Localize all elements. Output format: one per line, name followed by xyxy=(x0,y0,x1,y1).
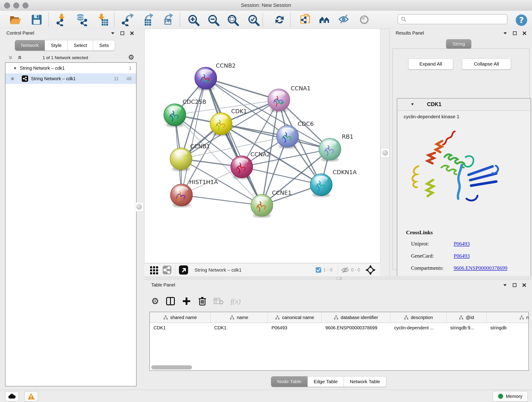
export-table-icon[interactable] xyxy=(140,13,153,26)
hidden-eye-slash-icon[interactable] xyxy=(341,267,349,274)
section-expander-icon[interactable]: ▼ xyxy=(411,102,414,106)
close-panel-icon[interactable] xyxy=(522,31,527,36)
close-panel-icon[interactable] xyxy=(130,31,134,36)
title-bar: Session: New Session xyxy=(0,0,532,11)
network-options-gear-icon[interactable]: ⚙ xyxy=(128,54,134,61)
column-header-database-identifier[interactable]: database identifier xyxy=(322,312,390,323)
network-node-count: 11 xyxy=(114,76,119,81)
column-header-shared-name[interactable]: shared name xyxy=(150,312,210,323)
table-cell: 9606.ENSP00000378699 xyxy=(322,323,390,332)
tab-network[interactable]: Network xyxy=(15,40,45,51)
edge-HIST1H1A-CCNE1[interactable] xyxy=(181,195,262,205)
float-panel-icon[interactable] xyxy=(512,283,517,287)
column-header-canonical-name[interactable]: canonical name xyxy=(268,312,322,323)
tab-string[interactable]: String xyxy=(446,39,471,49)
import-network-icon[interactable] xyxy=(56,13,68,26)
import-database-icon[interactable] xyxy=(75,13,88,26)
warnings-button[interactable] xyxy=(24,391,38,401)
panel-menu-icon[interactable] xyxy=(503,31,507,36)
left-splitter-handle[interactable] xyxy=(135,202,143,211)
collection-expander-icon[interactable]: ▼ xyxy=(13,66,17,70)
collapse-all-button[interactable]: Collapse All xyxy=(462,58,511,70)
status-bar: Memory xyxy=(0,390,532,402)
add-column-icon[interactable] xyxy=(182,297,191,306)
tab-style[interactable]: Style xyxy=(45,40,68,51)
edge-CCNB2-CCNA1[interactable] xyxy=(206,78,279,100)
export-network-icon[interactable] xyxy=(121,13,133,26)
section-title: CDK1 xyxy=(427,101,442,108)
search-field[interactable] xyxy=(398,14,507,24)
crosslink-row-genecard: GeneCard:P06493 xyxy=(411,253,526,259)
tab-sets[interactable]: Sets xyxy=(93,40,115,51)
panel-menu-icon[interactable] xyxy=(503,283,507,287)
right-splitter-handle[interactable] xyxy=(381,148,389,157)
close-panel-icon[interactable] xyxy=(522,283,526,287)
float-panel-icon[interactable] xyxy=(513,31,517,36)
first-neighbors-icon[interactable] xyxy=(318,13,331,26)
column-header--id[interactable]: @id xyxy=(447,312,487,323)
delete-column-icon[interactable] xyxy=(198,296,207,306)
zoom-out-icon[interactable] xyxy=(207,13,220,26)
birdseye-navigator-icon[interactable] xyxy=(365,265,376,275)
save-session-icon[interactable] xyxy=(30,13,43,26)
network-row-selected[interactable]: String Network – cdk1 11 48 xyxy=(6,73,136,84)
network-collection-row[interactable]: ▼ String Network – cdk1 1 xyxy=(6,63,136,73)
open-session-icon[interactable] xyxy=(9,13,22,26)
node-CCNB1[interactable]: CCNB1 xyxy=(170,143,210,171)
new-network-from-selection-icon[interactable] xyxy=(299,13,312,26)
search-input[interactable] xyxy=(407,17,504,22)
node-CCNA1[interactable]: CCNA1 xyxy=(268,85,311,112)
export-image-icon[interactable] xyxy=(160,13,173,26)
network-share-view-icon[interactable] xyxy=(162,265,172,275)
node-label-CDC6: CDC6 xyxy=(298,121,314,127)
cloud-status-button[interactable] xyxy=(5,391,19,401)
crosslink-label: Uniprot: xyxy=(411,241,429,247)
import-table-icon[interactable] xyxy=(96,13,109,26)
network-edge-count: 48 xyxy=(127,76,132,81)
node-RB1[interactable]: RB1 xyxy=(319,133,353,162)
crosslink-link[interactable]: 9606.ENSP00000378699 xyxy=(454,265,507,271)
zoom-selected-icon[interactable] xyxy=(247,13,260,26)
search-icon xyxy=(401,16,407,22)
node-label-RB1: RB1 xyxy=(342,133,353,140)
node-section-header[interactable]: ▼ CDK1 xyxy=(397,99,531,110)
node-CDKN1A[interactable]: CDKN1A xyxy=(310,169,357,197)
tab-edge-table[interactable]: Edge Table xyxy=(307,376,344,387)
horizontal-splitter[interactable] xyxy=(144,276,532,280)
tab-select[interactable]: Select xyxy=(68,40,93,51)
zoom-fit-icon[interactable] xyxy=(226,13,239,26)
grid-view-icon[interactable] xyxy=(149,265,159,275)
expand-all-button[interactable]: Expand All xyxy=(408,58,453,70)
refresh-network-icon[interactable] xyxy=(273,13,285,26)
panel-menu-icon[interactable] xyxy=(110,31,115,36)
protein-description: cyclin-dependent kinase 1 xyxy=(404,114,459,119)
node-label-HIST1H1A: HIST1H1A xyxy=(189,179,218,185)
detach-view-icon[interactable] xyxy=(178,265,189,275)
edge-CCNB2-CCNE1[interactable] xyxy=(206,78,262,205)
tab-network-table[interactable]: Network Table xyxy=(344,376,386,387)
crosslink-link[interactable]: P06493 xyxy=(454,253,470,259)
column-header-name[interactable]: name xyxy=(210,312,268,323)
float-panel-icon[interactable] xyxy=(120,31,125,36)
edge-CDKN1A-CCNA2[interactable] xyxy=(242,167,321,185)
tab-node-table[interactable]: Node Table xyxy=(271,376,308,387)
zoom-in-icon[interactable] xyxy=(187,13,200,26)
show-hide-graphics-icon[interactable] xyxy=(338,13,351,26)
selected-checkbox-icon[interactable] xyxy=(316,267,322,273)
memory-button[interactable]: Memory xyxy=(493,391,528,402)
node-CCNB2[interactable]: CCNB2 xyxy=(195,62,236,90)
show-column-panel-icon[interactable] xyxy=(166,297,175,306)
column-header-description[interactable]: description xyxy=(390,312,447,323)
help-icon[interactable]: ? xyxy=(515,14,528,27)
control-panel-title: Control Panel xyxy=(6,31,34,36)
crosslink-link[interactable]: P06493 xyxy=(454,241,470,247)
table-type-tabs: Node TableEdge TableNetwork Table xyxy=(271,376,386,387)
table-options-gear-icon[interactable]: ⚙ xyxy=(151,297,159,306)
control-panel-tabs: NetworkStyleSelectSets xyxy=(15,40,115,51)
network-canvas[interactable]: CCNB2 CCNA1 CDC25B CDK1 CDC6 RB1 CCNB1 C… xyxy=(144,29,380,263)
table-panel: Table Panel ⚙ f(x) xyxy=(144,280,532,390)
table-horizontal-scrollbar[interactable] xyxy=(151,365,192,370)
column-header-namespace[interactable]: namespace xyxy=(487,312,529,323)
table-row[interactable]: CDK1CDK1P064939606.ENSP00000378699cyclin… xyxy=(150,323,528,332)
node-HIST1H1A[interactable]: HIST1H1A xyxy=(171,179,218,207)
